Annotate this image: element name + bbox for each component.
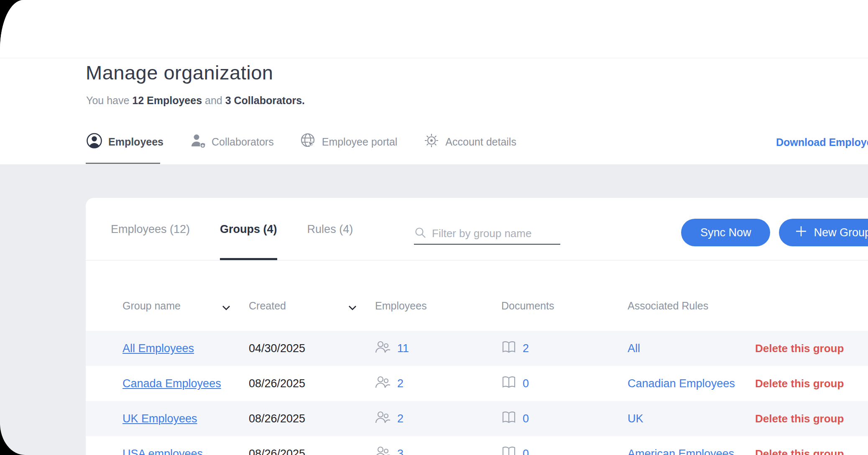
people-icon [375, 411, 391, 427]
tab-label: Employee portal [322, 136, 398, 148]
group-link[interactable]: UK Employees [123, 412, 197, 425]
documents-count-cell[interactable]: 2 [501, 341, 628, 356]
delete-group-link[interactable]: Delete this group [755, 447, 868, 455]
column-associated-rules: Associated Rules [628, 300, 755, 312]
summary-prefix: You have [86, 95, 132, 106]
tab-label: Collaborators [212, 136, 274, 148]
documents-count-cell[interactable]: 0 [501, 376, 628, 391]
tab-employee-portal[interactable]: Employee portal [300, 132, 398, 152]
plus-icon [795, 225, 807, 240]
summary-middle: and [202, 95, 225, 106]
page-title: Manage organization [86, 61, 273, 84]
associated-rules-link[interactable]: UK [628, 412, 755, 425]
book-icon [501, 411, 516, 427]
people-icon [375, 446, 391, 455]
tab-account-details[interactable]: Account details [423, 132, 516, 152]
documents-count-cell[interactable]: 0 [501, 446, 628, 455]
column-documents: Documents [501, 300, 628, 312]
group-filter [414, 223, 560, 245]
group-name-cell: USA employees [123, 447, 249, 455]
created-cell: 08/26/2025 [249, 412, 375, 425]
tab-collaborators[interactable]: Collaborators [189, 132, 274, 152]
associated-rules-link[interactable]: American Employees [628, 447, 755, 455]
table-body: All Employees 04/30/2025 11 [86, 331, 868, 455]
app-window: Manage organization You have 12 Employee… [0, 0, 868, 455]
card-tab-bar: Employees (12) Groups (4) Rules (4) Sync… [86, 198, 868, 261]
table-header: Group name Created Employees Documents A… [86, 261, 868, 331]
created-cell: 04/30/2025 [249, 342, 375, 355]
header-tabs: Employees Collaborators [86, 130, 516, 154]
subtab-groups[interactable]: Groups (4) [220, 198, 277, 261]
group-name-cell: Canada Employees [123, 377, 249, 390]
table-row: Canada Employees 08/26/2025 2 [86, 366, 868, 401]
group-link[interactable]: All Employees [123, 342, 194, 355]
group-name-cell: All Employees [123, 342, 249, 355]
table-row: UK Employees 08/26/2025 2 [86, 401, 868, 436]
tab-label: Account details [445, 136, 516, 148]
associated-rules-link[interactable]: All [628, 342, 755, 355]
created-cell: 08/26/2025 [249, 447, 375, 455]
page-header: Manage organization You have 12 Employee… [0, 0, 868, 164]
group-link[interactable]: USA employees [123, 447, 203, 455]
group-name-cell: UK Employees [123, 412, 249, 425]
column-created[interactable]: Created [249, 300, 375, 312]
created-cell: 08/26/2025 [249, 377, 375, 390]
documents-count: 0 [523, 447, 529, 455]
employee-count: 12 Employees [132, 95, 202, 106]
new-group-button[interactable]: New Group [779, 219, 868, 246]
delete-group-link[interactable]: Delete this group [755, 412, 868, 425]
employees-count-cell[interactable]: 2 [375, 376, 501, 392]
book-icon [501, 341, 516, 356]
column-group-name[interactable]: Group name [123, 300, 249, 312]
button-label: New Group [814, 226, 868, 239]
book-icon [501, 446, 516, 455]
column-employees: Employees [375, 300, 501, 312]
subtab-rules[interactable]: Rules (4) [307, 198, 353, 261]
card-tab-divider [86, 260, 868, 261]
page-body: Employees (12) Groups (4) Rules (4) Sync… [0, 164, 868, 455]
chevron-down-icon[interactable] [222, 302, 231, 314]
associated-rules-link[interactable]: Canadian Employees [628, 377, 755, 390]
delete-group-link[interactable]: Delete this group [755, 377, 868, 390]
employees-count-cell[interactable]: 11 [375, 340, 501, 357]
employees-count: 3 [397, 447, 403, 455]
card-actions: Sync Now New Group [681, 219, 868, 246]
people-icon [375, 340, 391, 357]
filter-input[interactable] [432, 227, 553, 240]
table-row: USA employees 08/26/2025 3 [86, 436, 868, 455]
person-shield-icon [189, 132, 206, 152]
employees-count: 11 [397, 342, 409, 355]
delete-group-link[interactable]: Delete this group [755, 342, 868, 355]
download-employees-link[interactable]: Download Employees [776, 136, 868, 148]
employees-count: 2 [397, 377, 403, 390]
search-icon [414, 226, 426, 240]
tab-label: Employees [108, 136, 163, 148]
documents-count: 0 [523, 412, 529, 425]
employees-count-cell[interactable]: 3 [375, 446, 501, 455]
employees-count: 2 [397, 412, 403, 425]
book-icon [501, 376, 516, 391]
group-link[interactable]: Canada Employees [123, 377, 221, 390]
subtab-employees[interactable]: Employees (12) [111, 198, 190, 261]
groups-card: Employees (12) Groups (4) Rules (4) Sync… [86, 198, 868, 455]
documents-count-cell[interactable]: 0 [501, 411, 628, 427]
documents-count: 0 [523, 377, 529, 390]
gear-icon [423, 132, 440, 152]
people-icon [375, 376, 391, 392]
summary-suffix: . [302, 95, 305, 106]
active-tab-underline [86, 163, 160, 164]
person-circle-icon [86, 132, 103, 152]
sync-now-button[interactable]: Sync Now [681, 219, 771, 246]
documents-count: 2 [523, 342, 529, 355]
chevron-down-icon[interactable] [348, 302, 357, 314]
employees-count-cell[interactable]: 2 [375, 411, 501, 427]
tab-employees[interactable]: Employees [86, 132, 163, 152]
globe-cursor-icon [300, 132, 317, 152]
org-summary: You have 12 Employees and 3 Collaborator… [86, 95, 305, 107]
table-row: All Employees 04/30/2025 11 [86, 331, 868, 366]
collaborator-count: 3 Collaborators [225, 95, 302, 106]
card-subtabs: Employees (12) Groups (4) Rules (4) [111, 198, 353, 261]
